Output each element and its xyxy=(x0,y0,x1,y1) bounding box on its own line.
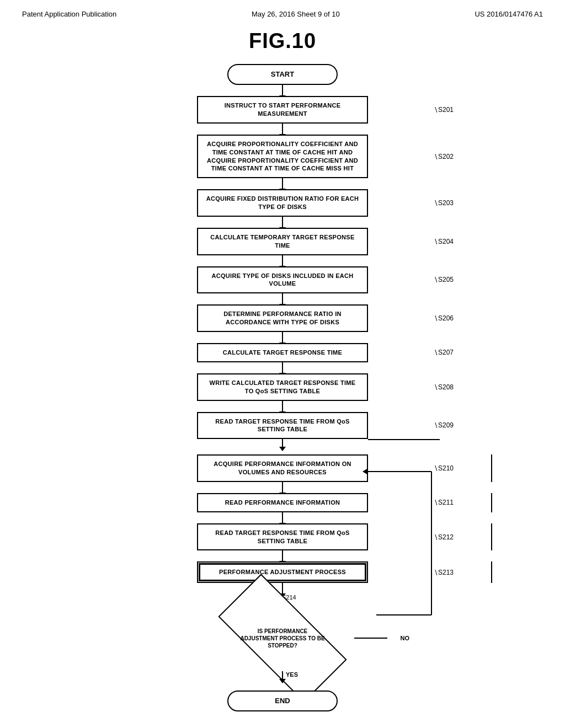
step-s207: CALCULATE TARGET RESPONSE TIME xyxy=(197,343,368,362)
step-s210: ACQUIRE PERFORMANCE INFORMATION ON VOLUM… xyxy=(197,454,368,482)
step-s201-row: INSTRUCT TO START PERFORMANCE MEASUREMEN… xyxy=(145,96,420,124)
step-s205: ACQUIRE TYPE OF DISKS INCLUDED IN EACH V… xyxy=(197,266,368,294)
label-s203: ∖S203 xyxy=(434,199,454,207)
step-s214-diamond-wrap: IS PERFORMANCE ADJUSTMENT PROCESS TO BE … xyxy=(211,605,354,671)
step-s206-row: DETERMINE PERFORMANCE RATIO IN ACCORDANC… xyxy=(145,304,420,332)
arrow-10 xyxy=(282,482,283,493)
header-left: Patent Application Publication xyxy=(22,10,116,18)
arrow-8 xyxy=(282,401,283,412)
arrow-0 xyxy=(282,85,283,96)
arrowhead-s209 xyxy=(279,447,286,451)
label-s210: ∖S210 xyxy=(434,464,454,472)
step-s204-row: CALCULATE TEMPORARY TARGET RESPONSE TIME… xyxy=(145,228,420,255)
loop-arrow-area xyxy=(145,439,420,454)
step-s202: ACQUIRE PROPORTIONALITY COEFFICIENT AND … xyxy=(197,135,368,178)
label-s202: ∖S202 xyxy=(434,153,454,160)
step-s209: READ TARGET RESPONSE TIME FROM QoS SETTI… xyxy=(197,412,368,440)
step-s212: READ TARGET RESPONSE TIME FROM QoS SETTI… xyxy=(197,523,368,551)
loop-v-right-s213 xyxy=(491,561,492,583)
figure-title: FIG.10 xyxy=(0,29,565,53)
step-s211-row: READ PERFORMANCE INFORMATION ∖S211 xyxy=(145,493,420,512)
arrow-12 xyxy=(282,550,283,561)
arrow-2 xyxy=(282,178,283,189)
arrow-3 xyxy=(282,217,283,228)
loop-v-right-s211 xyxy=(491,493,492,512)
step-s213: PERFORMANCE ADJUSTMENT PROCESS xyxy=(197,561,368,583)
end-shape: END xyxy=(227,690,338,711)
label-s212: ∖S212 xyxy=(434,533,454,541)
step-s203-row: ACQUIRE FIXED DISTRIBUTION RATIO FOR EAC… xyxy=(145,189,420,217)
label-s207: ∖S207 xyxy=(434,349,454,356)
header-middle: May 26, 2016 Sheet 9 of 10 xyxy=(252,10,340,18)
step-s214-row: IS PERFORMANCE ADJUSTMENT PROCESS TO BE … xyxy=(145,605,420,671)
step-s201: INSTRUCT TO START PERFORMANCE MEASUREMEN… xyxy=(197,96,368,124)
step-s203: ACQUIRE FIXED DISTRIBUTION RATIO FOR EAC… xyxy=(197,189,368,217)
step-s210-row: ACQUIRE PERFORMANCE INFORMATION ON VOLUM… xyxy=(145,454,420,482)
label-s205: ∖S205 xyxy=(434,276,454,283)
start-capsule: START xyxy=(227,64,338,85)
arrow-11 xyxy=(282,512,283,523)
yes-arrowhead xyxy=(279,679,286,683)
step-s205-row: ACQUIRE TYPE OF DISKS INCLUDED IN EACH V… xyxy=(145,266,420,294)
loop-h-line-top xyxy=(368,439,440,440)
step-s207-row: CALCULATE TARGET RESPONSE TIME ∖S207 xyxy=(145,343,420,362)
no-label: NO xyxy=(401,635,410,641)
step-s202-row: ACQUIRE PROPORTIONALITY COEFFICIENT AND … xyxy=(145,135,420,178)
yes-label: YES xyxy=(286,671,298,678)
step-s209-row: READ TARGET RESPONSE TIME FROM QoS SETTI… xyxy=(145,412,420,440)
step-s208: WRITE CALCULATED TARGET RESPONSE TIME TO… xyxy=(197,373,368,401)
loop-v-right xyxy=(491,454,492,482)
arrow-7 xyxy=(282,362,283,373)
yes-arrow-area: YES xyxy=(145,671,420,690)
step-s213-row: PERFORMANCE ADJUSTMENT PROCESS ∖S213 xyxy=(145,561,420,583)
step-s204: CALCULATE TEMPORARY TARGET RESPONSE TIME xyxy=(197,228,368,255)
label-s211: ∖S211 xyxy=(434,499,454,506)
step-s214-text: IS PERFORMANCE ADJUSTMENT PROCESS TO BE … xyxy=(238,628,327,649)
step-s212-row: READ TARGET RESPONSE TIME FROM QoS SETTI… xyxy=(145,523,420,551)
step-s211: READ PERFORMANCE INFORMATION xyxy=(197,493,368,512)
arrow-1 xyxy=(282,124,283,135)
label-s208: ∖S208 xyxy=(434,383,454,391)
label-s204: ∖S204 xyxy=(434,238,454,245)
label-s201: ∖S201 xyxy=(434,106,454,114)
step-s206: DETERMINE PERFORMANCE RATIO IN ACCORDANC… xyxy=(197,304,368,332)
no-h-line xyxy=(354,638,387,639)
arrow-13 xyxy=(282,583,283,594)
start-shape: START xyxy=(227,64,338,85)
label-s206: ∖S206 xyxy=(434,314,454,322)
header-right: US 2016/0147476 A1 xyxy=(475,10,543,18)
loop-v-right-s212 xyxy=(491,523,492,551)
label-s213: ∖S213 xyxy=(434,569,454,576)
arrow-5 xyxy=(282,293,283,304)
arrow-6 xyxy=(282,332,283,343)
label-s209: ∖S209 xyxy=(434,421,454,429)
step-s208-row: WRITE CALCULATED TARGET RESPONSE TIME TO… xyxy=(145,373,420,401)
end-capsule: END xyxy=(227,690,338,711)
flowchart: START INSTRUCT TO START PERFORMANCE MEAS… xyxy=(0,64,565,728)
arrow-4 xyxy=(282,255,283,266)
